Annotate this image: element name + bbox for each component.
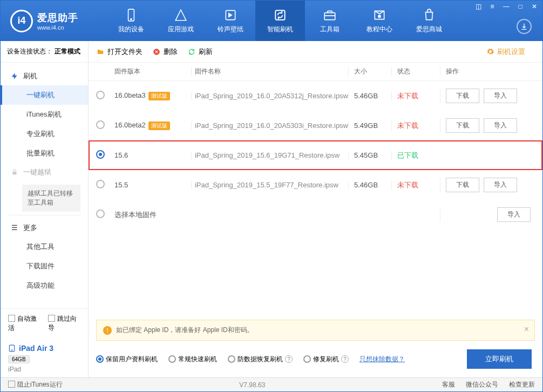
firmware-name: iPad_Spring_2019_16.0_20A5303i_Restore.i…	[191, 121, 348, 130]
nav-tab-0[interactable]: 我的设备	[106, 1, 156, 41]
firmware-status: 未下载	[391, 121, 440, 131]
firmware-row[interactable]: 15.6iPad_Spring_2019_15.6_19G71_Restore.…	[89, 140, 542, 170]
nav-tab-1[interactable]: 应用游戏	[156, 1, 206, 41]
footer-update[interactable]: 检查更新	[509, 380, 535, 389]
opt-normal[interactable]: 常规快速刷机	[168, 355, 217, 364]
sidebar-more-item-1[interactable]: 下载固件	[1, 256, 88, 276]
sidebar-item-2[interactable]: 专业刷机	[1, 124, 88, 144]
import-button[interactable]: 导入	[484, 89, 517, 103]
footer: 阻止iTunes运行 V7.98.63 客服 微信公众号 检查更新	[1, 377, 542, 391]
sidebar-group-flash[interactable]: 刷机	[1, 67, 88, 85]
open-folder-button[interactable]: 打开文件夹	[96, 47, 142, 57]
nav-icon	[422, 8, 437, 23]
svg-rect-3	[275, 10, 284, 19]
download-manager-icon[interactable]	[517, 19, 532, 34]
firmware-name: iPad_Spring_2019_16.0_20A5312j_Restore.i…	[191, 92, 348, 100]
close-tip-icon[interactable]: ×	[524, 325, 529, 334]
opt-recovery[interactable]: 防数据恢复刷机?	[228, 355, 293, 364]
refresh-button[interactable]: 刷新	[187, 47, 213, 57]
nav-tab-3[interactable]: 智能刷机	[255, 1, 305, 41]
import-button[interactable]: 导入	[484, 178, 517, 192]
sidebar-more-item-2[interactable]: 高级功能	[1, 276, 88, 295]
download-button[interactable]: 下载	[446, 89, 479, 103]
flash-icon	[10, 72, 19, 80]
import-button[interactable]: 导入	[484, 118, 517, 133]
nav-icon	[322, 8, 337, 23]
firmware-radio[interactable]	[96, 120, 105, 129]
minimize-icon[interactable]: —	[501, 3, 511, 10]
firmware-name: iPad_Spring_2019_15.5_19F77_Restore.ipsw	[191, 181, 348, 189]
close-icon[interactable]: ✕	[530, 3, 539, 10]
nav-tabs: 我的设备应用游戏铃声壁纸智能刷机工具箱教程中心爱思商城	[106, 1, 454, 41]
folder-icon	[96, 48, 105, 56]
sidebar-group-jailbreak: 一键越狱	[1, 163, 88, 181]
connection-status: 设备连接状态：正常模式	[1, 41, 88, 63]
opt-keep-data[interactable]: 保留用户资料刷机	[96, 355, 158, 364]
download-button[interactable]: 下载	[446, 118, 479, 133]
firmware-row[interactable]: 16.0beta3测试版iPad_Spring_2019_16.0_20A531…	[89, 81, 542, 111]
firmware-table: 固件版本 固件名称 大小 状态 操作 16.0beta3测试版iPad_Spri…	[89, 63, 542, 315]
version-label: V7.98.63	[63, 381, 442, 389]
beta-badge: 测试版	[148, 121, 170, 130]
nav-tab-4[interactable]: 工具箱	[305, 1, 355, 41]
nav-tab-2[interactable]: 铃声壁纸	[206, 1, 255, 41]
device-capacity: 64GB	[8, 355, 30, 363]
menu-icon[interactable]: ≡	[487, 3, 497, 10]
maximize-icon[interactable]: □	[515, 3, 525, 10]
more-icon: ☰	[10, 224, 19, 232]
sidebar-item-3[interactable]: 批量刷机	[1, 144, 88, 163]
nav-icon	[173, 8, 188, 23]
app-header: i4 爱思助手 www.i4.cn 我的设备应用游戏铃声壁纸智能刷机工具箱教程中…	[1, 1, 542, 41]
skin-icon[interactable]: ◫	[473, 3, 483, 10]
svg-point-5	[378, 15, 381, 17]
import-button[interactable]: 导入	[497, 207, 531, 222]
block-itunes-checkbox[interactable]: 阻止iTunes运行	[8, 380, 63, 389]
delete-icon	[152, 48, 161, 56]
firmware-size: 5.46GB	[348, 92, 391, 100]
firmware-radio[interactable]	[96, 180, 105, 188]
firmware-size: 5.45GB	[348, 151, 391, 159]
delete-button[interactable]: 删除	[152, 47, 178, 57]
download-button[interactable]: 下载	[446, 178, 479, 192]
lock-icon	[10, 168, 19, 177]
flash-options: 保留用户资料刷机 常规快速刷机 防数据恢复刷机? 修复刷机? 只想抹除数据？ 立…	[89, 341, 542, 377]
nav-icon	[372, 8, 387, 23]
sidebar-item-1[interactable]: iTunes刷机	[1, 105, 88, 124]
help-icon[interactable]: ?	[285, 355, 293, 363]
flash-settings-button[interactable]: 刷机设置	[486, 47, 525, 57]
sidebar-more-item-0[interactable]: 其他工具	[1, 237, 88, 256]
sidebar: 设备连接状态：正常模式 刷机 一键刷机iTunes刷机专业刷机批量刷机 一键越狱…	[1, 41, 89, 377]
radio-local[interactable]	[96, 209, 105, 218]
flash-now-button[interactable]: 立即刷机	[467, 349, 532, 369]
svg-rect-4	[324, 13, 335, 20]
nav-icon	[273, 8, 288, 23]
firmware-row[interactable]: 15.5iPad_Spring_2019_15.5_19F77_Restore.…	[89, 170, 542, 200]
svg-point-1	[131, 19, 132, 20]
firmware-status: 未下载	[391, 91, 440, 101]
appleid-tip: ! 如已绑定 Apple ID，请准备好 Apple ID和密码。 ×	[96, 320, 535, 341]
nav-tab-6[interactable]: 爱思商城	[404, 1, 454, 41]
local-firmware-row[interactable]: 选择本地固件 导入	[89, 200, 542, 229]
opt-repair[interactable]: 修复刷机?	[303, 355, 349, 364]
skip-guide-checkbox[interactable]: 跳过向导	[48, 314, 80, 333]
nav-icon	[223, 8, 238, 23]
firmware-name: iPad_Spring_2019_15.6_19G71_Restore.ipsw	[191, 151, 348, 159]
firmware-size: 5.46GB	[348, 181, 391, 189]
nav-tab-5[interactable]: 教程中心	[355, 1, 404, 41]
device-info[interactable]: iPad Air 3 64GB iPad	[1, 338, 88, 377]
app-url: www.i4.cn	[37, 24, 78, 31]
firmware-row[interactable]: 16.0beta2测试版iPad_Spring_2019_16.0_20A530…	[89, 111, 542, 140]
erase-data-link[interactable]: 只想抹除数据？	[359, 355, 405, 364]
help-icon[interactable]: ?	[341, 355, 349, 363]
sidebar-item-0[interactable]: 一键刷机	[1, 85, 88, 105]
footer-wechat[interactable]: 微信公众号	[466, 380, 498, 389]
footer-service[interactable]: 客服	[442, 380, 455, 389]
firmware-radio[interactable]	[96, 150, 105, 159]
auto-activate-checkbox[interactable]: 自动激活	[8, 314, 40, 333]
logo-area[interactable]: i4 爱思助手 www.i4.cn	[1, 10, 106, 32]
firmware-radio[interactable]	[96, 91, 105, 99]
gear-icon	[486, 48, 494, 56]
svg-point-7	[11, 350, 12, 350]
sidebar-group-more[interactable]: ☰ 更多	[1, 219, 88, 237]
toolbar: 打开文件夹 删除 刷新 刷机设置	[89, 41, 542, 63]
